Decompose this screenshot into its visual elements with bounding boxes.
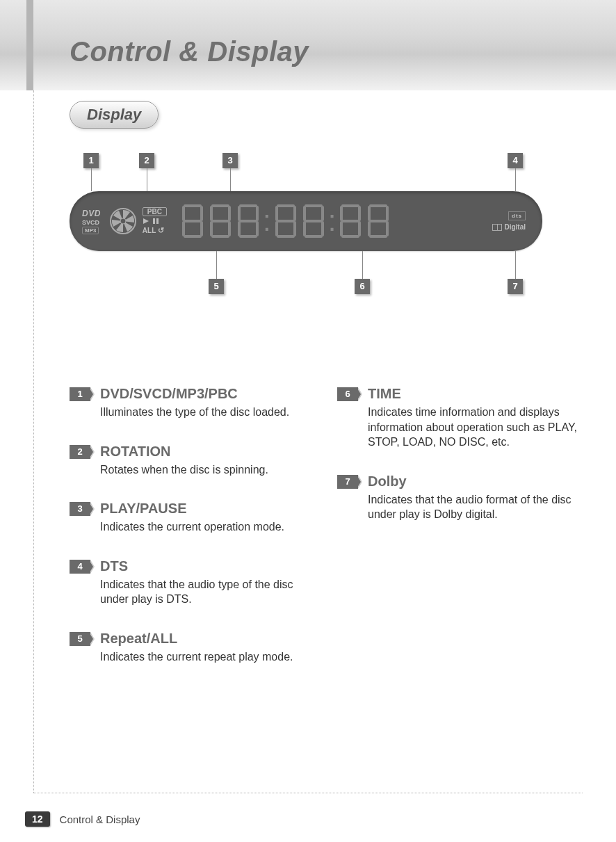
callout-7: 7 [508, 279, 523, 294]
legend-desc: Rotates when the disc is spinning. [100, 462, 316, 478]
callout-line [147, 168, 147, 191]
audio-format-indicators: dts Digital [492, 211, 526, 231]
legend-number: 2 [70, 445, 90, 459]
repeat-icon: ↺ [158, 226, 164, 235]
legend-item: 4 DTS Indicates that the audio type of t… [70, 558, 316, 607]
legend-number: 7 [337, 475, 358, 489]
svg-point-1 [120, 218, 126, 224]
legend-desc: Indicates that the audio type of the dis… [100, 577, 316, 607]
legend-body: DVD/SVCD/MP3/PBC Illuminates the type of… [100, 386, 316, 420]
legend-desc: Indicates the current repeat play mode. [100, 649, 316, 665]
callout-2: 2 [139, 153, 154, 168]
callout-6: 6 [355, 279, 370, 294]
page-title: Control & Display [70, 36, 309, 67]
display-diagram: 1 2 3 4 DVD SVCD MP3 [70, 153, 542, 306]
repeat-all-label: ALL ↺ [143, 226, 164, 235]
digit-8 [302, 203, 325, 239]
colon: : [263, 203, 271, 239]
rotation-icon [109, 207, 137, 235]
legend-number: 4 [70, 560, 90, 574]
svcd-label: SVCD [82, 219, 101, 226]
legend-item: 6 TIME Indicates time information and di… [337, 386, 584, 450]
dvd-label: DVD [82, 209, 101, 218]
legend-item: 5 Repeat/ALL Indicates the current repea… [70, 631, 316, 665]
callout-1: 1 [83, 153, 99, 168]
mode-indicators: PBC ALL ↺ [143, 207, 167, 235]
legend-desc: Indicates time information and displays … [368, 405, 584, 450]
digit-8 [274, 203, 298, 239]
page-number: 12 [25, 811, 50, 827]
time-digits: : : [181, 203, 390, 239]
legend-item: 3 PLAY/PAUSE Indicates the current opera… [70, 501, 316, 535]
horizontal-dotted-rule [33, 793, 583, 793]
vertical-dotted-rule [33, 90, 34, 793]
callout-5: 5 [209, 279, 224, 294]
legend-column-left: 1 DVD/SVCD/MP3/PBC Illuminates the type … [70, 386, 316, 665]
callout-line [362, 251, 363, 279]
header-band: Control & Display [0, 0, 616, 90]
legend-title: DTS [100, 558, 316, 574]
legend-column-right: 6 TIME Indicates time information and di… [337, 386, 584, 665]
legend-title: TIME [368, 386, 584, 402]
legend-body: ROTATION Rotates when the disc is spinni… [100, 444, 316, 478]
page-footer: 12 Control & Display [25, 811, 140, 827]
legend-title: Repeat/ALL [100, 631, 316, 647]
callout-line [216, 251, 217, 279]
svg-rect-2 [153, 218, 155, 224]
legend-items: 1 DVD/SVCD/MP3/PBC Illuminates the type … [70, 386, 584, 665]
legend-title: Dolby [368, 473, 584, 489]
digit-8 [339, 203, 362, 239]
callout-4: 4 [508, 153, 523, 168]
legend-body: TIME Indicates time information and disp… [368, 386, 584, 450]
legend-title: PLAY/PAUSE [100, 501, 316, 517]
colon: : [328, 203, 337, 239]
digit-8 [236, 203, 260, 239]
mp3-label: MP3 [82, 227, 99, 234]
lcd-panel: DVD SVCD MP3 PBC [70, 191, 542, 251]
dolby-icon [492, 224, 502, 231]
legend-body: Dolby Indicates that the audio format of… [368, 473, 584, 522]
section-pill-display: Display [70, 101, 159, 129]
legend-desc: Illuminates the type of the disc loaded. [100, 405, 316, 420]
callout-3: 3 [222, 153, 238, 168]
legend-number: 6 [337, 387, 358, 401]
callout-line [230, 168, 231, 191]
digit-8 [181, 203, 204, 239]
legend-desc: Indicates that the audio format of the d… [368, 492, 584, 522]
svg-rect-3 [156, 218, 159, 224]
legend-title: ROTATION [100, 444, 316, 460]
legend-body: PLAY/PAUSE Indicates the current operati… [100, 501, 316, 535]
callout-line [91, 168, 92, 191]
legend-item: 1 DVD/SVCD/MP3/PBC Illuminates the type … [70, 386, 316, 420]
legend-item: 7 Dolby Indicates that the audio format … [337, 473, 584, 522]
legend-number: 1 [70, 387, 90, 401]
callout-line [515, 168, 516, 191]
legend-body: Repeat/ALL Indicates the current repeat … [100, 631, 316, 665]
all-text: ALL [143, 227, 156, 234]
legend-desc: Indicates the current operation mode. [100, 519, 316, 535]
legend-number: 5 [70, 632, 90, 646]
digit-8 [209, 203, 232, 239]
dts-label: dts [508, 211, 526, 220]
spine-edge [26, 0, 33, 90]
pbc-label: PBC [143, 207, 167, 216]
disc-type-indicators: DVD SVCD MP3 [82, 209, 101, 234]
digit-8 [366, 203, 390, 239]
play-pause-icon [143, 218, 159, 225]
legend-number: 3 [70, 502, 90, 516]
legend-title: DVD/SVCD/MP3/PBC [100, 386, 316, 402]
digital-text: Digital [504, 223, 526, 231]
footer-text: Control & Display [60, 813, 140, 825]
callout-line [515, 251, 516, 279]
legend-item: 2 ROTATION Rotates when the disc is spin… [70, 444, 316, 478]
dolby-label: Digital [492, 223, 526, 231]
legend-body: DTS Indicates that the audio type of the… [100, 558, 316, 607]
